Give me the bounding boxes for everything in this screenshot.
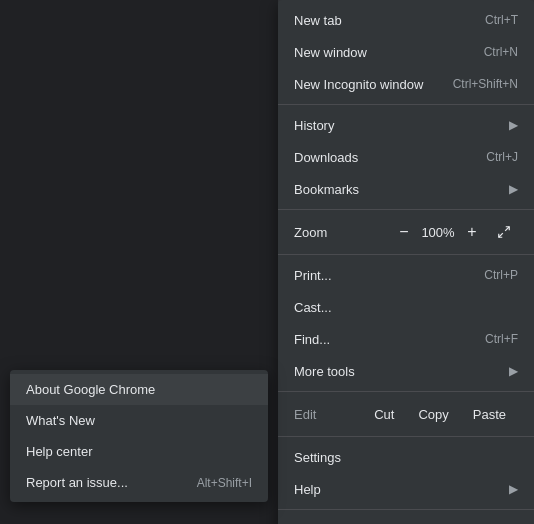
context-menu: New tab Ctrl+T New window Ctrl+N New Inc… — [278, 0, 534, 524]
divider-4 — [278, 391, 534, 392]
copy-button[interactable]: Copy — [406, 403, 460, 426]
history-arrow: ▶ — [509, 118, 518, 132]
zoom-fullscreen-button[interactable] — [490, 218, 518, 246]
more-tools-arrow: ▶ — [509, 364, 518, 378]
divider-1 — [278, 104, 534, 105]
svg-line-8 — [505, 227, 509, 231]
cast-item[interactable]: Cast... — [278, 291, 534, 323]
zoom-row: Zoom − 100% + — [278, 214, 534, 250]
more-tools-item[interactable]: More tools ▶ — [278, 355, 534, 387]
bookmarks-item[interactable]: Bookmarks ▶ — [278, 173, 534, 205]
divider-5 — [278, 436, 534, 437]
new-incognito-item[interactable]: New Incognito window Ctrl+Shift+N — [278, 68, 534, 100]
divider-2 — [278, 209, 534, 210]
help-arrow: ▶ — [509, 482, 518, 496]
help-submenu: About Google Chrome What's New Help cent… — [10, 370, 268, 502]
bookmarks-arrow: ▶ — [509, 182, 518, 196]
help-item[interactable]: Help ▶ — [278, 473, 534, 505]
zoom-plus-button[interactable]: + — [458, 218, 486, 246]
zoom-minus-button[interactable]: − — [390, 218, 418, 246]
new-tab-item[interactable]: New tab Ctrl+T — [278, 4, 534, 36]
help-center-item[interactable]: Help center — [10, 436, 268, 467]
new-window-item[interactable]: New window Ctrl+N — [278, 36, 534, 68]
about-chrome-item[interactable]: About Google Chrome — [10, 374, 268, 405]
history-item[interactable]: History ▶ — [278, 109, 534, 141]
zoom-value: 100% — [418, 225, 458, 240]
divider-3 — [278, 254, 534, 255]
divider-6 — [278, 509, 534, 510]
print-item[interactable]: Print... Ctrl+P — [278, 259, 534, 291]
exit-item[interactable]: Exit — [278, 514, 534, 524]
edit-row: Edit Cut Copy Paste — [278, 396, 534, 432]
cut-button[interactable]: Cut — [362, 403, 406, 426]
svg-line-9 — [499, 233, 503, 237]
settings-item[interactable]: Settings — [278, 441, 534, 473]
paste-button[interactable]: Paste — [461, 403, 518, 426]
report-issue-item[interactable]: Report an issue... Alt+Shift+I — [10, 467, 268, 498]
whats-new-item[interactable]: What's New — [10, 405, 268, 436]
find-item[interactable]: Find... Ctrl+F — [278, 323, 534, 355]
downloads-item[interactable]: Downloads Ctrl+J — [278, 141, 534, 173]
